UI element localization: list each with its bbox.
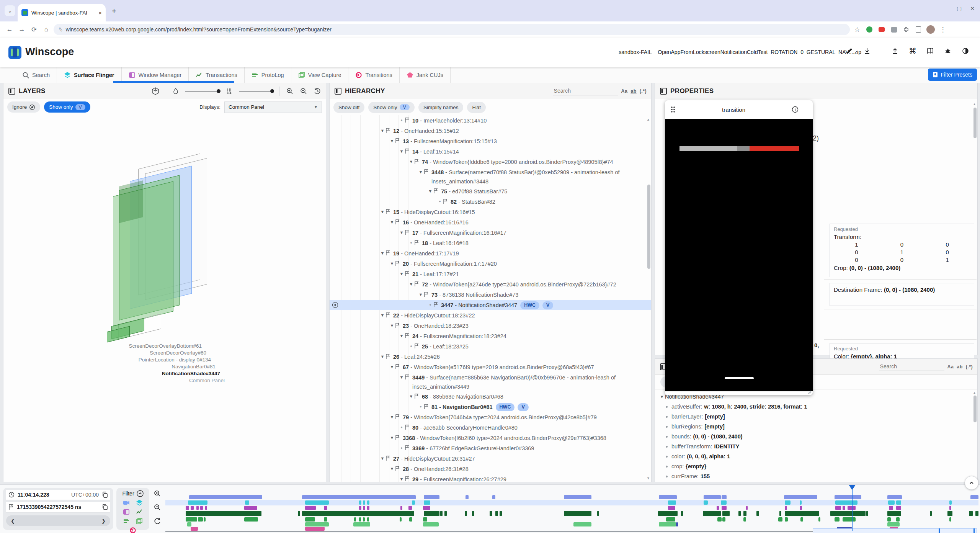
tree-row-13[interactable]: ▼13 - FullscreenMagnification:15:15#13 (330, 136, 651, 146)
tree-row-23[interactable]: ▼23 - OneHanded:18:23#23 (330, 320, 651, 331)
trace-segment-row1[interactable] (970, 495, 978, 499)
curr-prop-color[interactable]: color:(0, 0, 0), alpha: 1 (655, 451, 977, 461)
trace-segment-row3[interactable] (722, 506, 727, 510)
trace-segment-row4[interactable] (743, 511, 746, 516)
trace-segment-row2[interactable] (704, 500, 708, 505)
trace-segment-row2[interactable] (188, 500, 207, 505)
match-case-toggle[interactable]: Aa (947, 364, 954, 370)
trace-segment-row5[interactable] (186, 517, 197, 522)
trace-segment-row4[interactable] (298, 511, 300, 516)
extensions-puzzle-icon[interactable] (901, 25, 911, 34)
dark-mode-toggle-icon[interactable] (962, 47, 969, 55)
trace-segment-row3[interactable] (200, 506, 203, 510)
trace-segment-row4[interactable] (186, 511, 261, 516)
trace-segment-row3[interactable] (324, 506, 327, 510)
tree-row-24[interactable]: ▼24 - FullscreenMagnification:18:23#24 (330, 331, 651, 341)
chip-show-only[interactable]: Show onlyV (368, 102, 415, 113)
trace-segment-row2[interactable] (245, 500, 249, 505)
expander-arrow-icon[interactable]: ▼ (399, 227, 405, 238)
expander-arrow-icon[interactable]: ▼ (379, 453, 385, 464)
trace-segment-row2[interactable] (305, 500, 329, 505)
trace-segment-row5[interactable] (409, 517, 412, 522)
copy-icon[interactable] (102, 504, 108, 510)
hierarchy-search-input[interactable] (553, 87, 618, 95)
trace-segment-row4[interactable] (564, 511, 591, 516)
nav-tab-transactions[interactable]: Transactions (189, 67, 244, 83)
trace-segment-row4[interactable] (866, 511, 868, 516)
trace-segment-row6[interactable] (187, 522, 191, 526)
resize-handle-icon[interactable] (807, 389, 812, 394)
curr-scrollbar[interactable] (973, 396, 977, 422)
nav-tab-transitions[interactable]: Transitions (348, 67, 399, 83)
filter-videocam-icon[interactable] (122, 499, 131, 506)
timeline-zoom-out-icon[interactable] (152, 502, 163, 513)
show-only-chip[interactable]: Show only V (44, 101, 90, 113)
trace-segment-row5[interactable] (722, 517, 725, 522)
expander-arrow-icon[interactable]: ▼ (399, 146, 405, 157)
expander-arrow-icon[interactable]: ▼ (408, 279, 414, 289)
trace-segment-row6[interactable] (887, 522, 900, 526)
trace-segment-row2[interactable] (785, 500, 791, 505)
expander-arrow-icon[interactable]: ▼ (408, 157, 414, 167)
filter-swirl-icon[interactable] (129, 527, 137, 533)
expander-arrow-icon[interactable]: ▼ (389, 433, 395, 443)
trace-segment-row4[interactable] (302, 511, 414, 516)
trace-segment-row5[interactable] (198, 517, 203, 522)
chip-flat[interactable]: Flat (467, 102, 486, 113)
trace-segment-row4[interactable] (930, 511, 932, 516)
trace-segment-row6[interactable] (659, 522, 676, 526)
trace-segment-row5[interactable] (818, 517, 820, 522)
curr-prop-bounds[interactable]: bounds:(0, 0) - (1080, 2400) (655, 432, 977, 441)
site-settings-icon[interactable]: ⁰₀ (59, 27, 62, 32)
window-minimize-icon[interactable]: — (943, 5, 948, 11)
extension-a-icon[interactable] (864, 25, 874, 34)
trace-segment-row4[interactable] (424, 511, 439, 516)
expander-arrow-icon[interactable]: ▼ (418, 289, 424, 300)
zoom-out-icon[interactable] (300, 87, 307, 95)
trace-segment-row3[interactable] (359, 506, 361, 510)
trace-segment-row3[interactable] (196, 506, 199, 510)
upload-icon[interactable] (891, 47, 899, 55)
tree-row-21[interactable]: ▼21 - Leaf:17:17#21 (330, 269, 651, 279)
trace-segment-row1[interactable] (302, 495, 416, 499)
tab-search-chevron-icon[interactable]: ⌄ (5, 5, 15, 16)
tree-row-16[interactable]: ▼16 - OneHanded:16:16#16 (330, 217, 651, 227)
trace-segment-row1[interactable] (659, 495, 677, 499)
trace-segment-row4[interactable] (756, 511, 759, 516)
forward-icon[interactable]: → (17, 25, 27, 34)
trace-segment-row5[interactable] (896, 517, 899, 522)
trace-segment-row2[interactable] (896, 500, 901, 505)
tree-row-72[interactable]: ▼72 - WindowToken{a2746de type=2040 andr… (330, 279, 651, 289)
trace-segment-row5[interactable] (423, 517, 427, 522)
timestamp-ns[interactable]: 1715339054227572545 ns (17, 504, 81, 510)
tree-row-20[interactable]: ▼20 - FullscreenMagnification:17:17#20 (330, 258, 651, 269)
trace-segment-row4[interactable] (722, 511, 730, 516)
tree-row-81[interactable]: ●81 - NavigationBar0#81HWCV (330, 402, 651, 412)
tree-row-3368[interactable]: ▼3368 - WindowToken{f6b2f60 type=2024 an… (330, 433, 651, 443)
collapse-filter-icon[interactable] (137, 490, 144, 497)
tab-close-icon[interactable]: × (98, 10, 102, 16)
tree-row-10[interactable]: ●10 - ImePlaceholder:13:14#10 (330, 115, 651, 126)
trace-segment-row3[interactable] (949, 506, 951, 510)
url-bar[interactable]: ⁰₀ winscope.teams.x20web.corp.google.com… (54, 24, 850, 35)
tree-row-3369[interactable]: ●3369 - 67726bf EdgeBackGestureHandler0#… (330, 443, 651, 453)
tree-row-68[interactable]: ▼68 - 885b63e NavigationBar0#68 (330, 391, 651, 402)
trace-segment-row1[interactable] (189, 495, 262, 499)
tree-row-73[interactable]: ▼73 - 8736138 NotificationShade#73 (330, 289, 651, 300)
expander-arrow-icon[interactable]: ▼ (379, 248, 385, 258)
trace-segment-row2[interactable] (721, 500, 727, 505)
regex-toggle[interactable]: (.*) (640, 88, 647, 94)
trace-segment-row1[interactable] (784, 495, 817, 499)
tree-row-28[interactable]: ▼28 - OneHanded:26:31#28 (330, 464, 651, 474)
curr-prop-currFrame[interactable]: currFrame:155 (655, 471, 977, 481)
tree-row-19[interactable]: ▼19 - OneHanded:17:17#19 (330, 248, 651, 258)
trace-segment-row1[interactable] (424, 495, 439, 499)
tree-row-25[interactable]: ●25 - Leaf:18:23#25 (330, 341, 651, 352)
properties-scrollbar[interactable] (973, 108, 977, 138)
expander-arrow-icon[interactable]: ▼ (418, 167, 424, 177)
expander-arrow-icon[interactable]: ▼ (389, 258, 395, 269)
chip-show-diff[interactable]: Show diff (333, 102, 364, 113)
filter-list-icon[interactable] (122, 518, 131, 525)
trace-segment-row4[interactable] (703, 511, 721, 516)
trace-segment-row4[interactable] (738, 511, 740, 516)
